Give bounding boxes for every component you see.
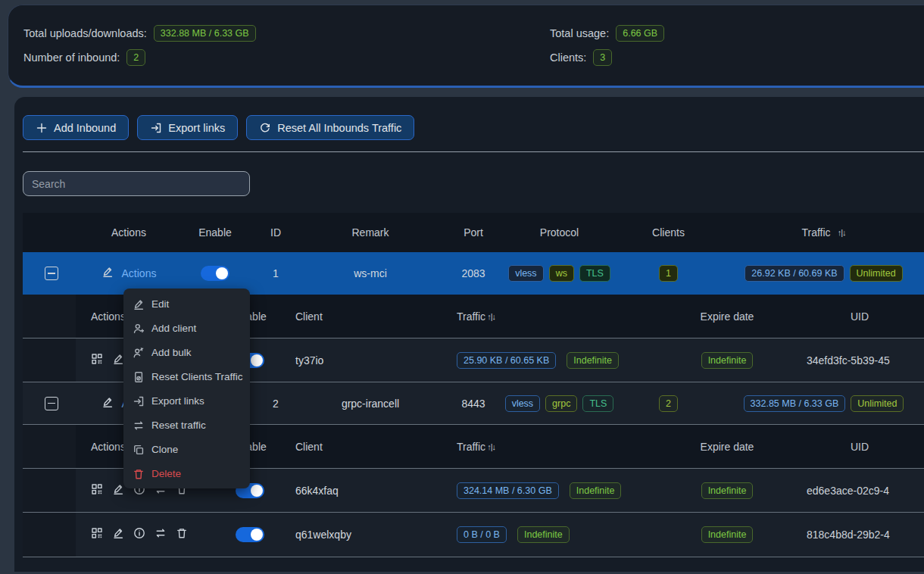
plus-icon xyxy=(36,122,47,133)
actions-dropdown-trigger[interactable]: Actions xyxy=(122,267,157,279)
header-traffic[interactable]: Traffic↑|↓ xyxy=(723,226,924,239)
reset-all-traffic-label: Reset All Inbounds Traffic xyxy=(277,122,401,134)
traffic-badge: 332.85 MB / 6.33 GB xyxy=(744,395,846,412)
client-uid: ed6e3ace-02c9-4 xyxy=(773,485,924,497)
qr-code-icon[interactable] xyxy=(91,527,106,542)
menu-item-add-client[interactable]: Add client xyxy=(123,316,250,340)
client-expire-badge: Indefinite xyxy=(701,526,754,543)
header-port: Port xyxy=(442,226,505,239)
client-row-q61welxqby: q61welxqby 0 B / 0 B Indefinite Indefini… xyxy=(23,513,924,557)
row-select-checkbox[interactable] xyxy=(45,397,58,410)
client-traffic-badge: 324.14 MB / 6.30 GB xyxy=(457,482,559,499)
client-header-expire: Expire date xyxy=(682,310,773,323)
qr-code-icon[interactable] xyxy=(91,483,106,498)
inbound-count-stat: Number of inbound: 2 xyxy=(23,49,256,66)
stats-card: Total uploads/downloads: 332.88 MB / 6.3… xyxy=(8,5,924,88)
reload-icon xyxy=(259,122,270,133)
transport-badge: grpc xyxy=(545,395,577,412)
total-usage-value-badge: 6.66 GB xyxy=(616,25,664,42)
client-uid: 34efd3fc-5b39-45 xyxy=(773,354,924,367)
inbound-remark: ws-mci xyxy=(299,267,442,279)
inbounds-table-header: Actions Enable ID Remark Port Protocol C… xyxy=(23,213,924,252)
export-links-button[interactable]: Export links xyxy=(137,115,238,140)
total-uploads-value-badge: 332.88 MB / 6.33 GB xyxy=(154,25,256,42)
total-usage-label: Total usage: xyxy=(550,27,609,39)
total-usage-stat: Total usage: 6.66 GB xyxy=(550,25,664,42)
stats-left-column: Total uploads/downloads: 332.88 MB / 6.3… xyxy=(23,25,256,73)
protocol-badge: vless xyxy=(508,265,543,282)
inbound-id: 1 xyxy=(252,267,299,279)
client-count-badge: 2 xyxy=(659,395,678,412)
add-inbound-button[interactable]: Add Inbound xyxy=(23,115,129,140)
export-icon xyxy=(150,122,161,133)
clients-count-value-badge: 3 xyxy=(593,49,612,66)
client-name: ty37io xyxy=(280,354,454,367)
info-icon[interactable] xyxy=(133,527,148,542)
edit-pencil-icon[interactable] xyxy=(101,396,117,411)
client-enable-toggle[interactable] xyxy=(236,527,264,542)
header-id[interactable]: ID xyxy=(252,226,299,239)
clone-icon xyxy=(133,444,144,455)
total-uploads-stat: Total uploads/downloads: 332.88 MB / 6.3… xyxy=(23,25,256,42)
toolbar-divider xyxy=(23,151,924,152)
swap-icon xyxy=(133,420,144,431)
sort-icon[interactable]: ↑|↓ xyxy=(487,312,495,321)
menu-item-reset-clients-traffic[interactable]: Reset Clients Traffic xyxy=(123,364,250,388)
client-header-expire: Expire date xyxy=(682,441,773,453)
edit-pencil-icon[interactable] xyxy=(101,266,117,281)
reset-all-traffic-button[interactable]: Reset All Inbounds Traffic xyxy=(246,115,414,140)
doc-reset-icon xyxy=(133,371,144,382)
export-links-label: Export links xyxy=(168,122,225,134)
header-clients: Clients xyxy=(613,226,723,239)
menu-item-export-links[interactable]: Export links xyxy=(123,388,250,413)
client-uid: 818c4b8d-29b2-4 xyxy=(773,529,924,541)
inbound-port: 8443 xyxy=(442,398,505,410)
client-name: 66k4xfaq xyxy=(280,485,454,497)
row-select-checkbox[interactable] xyxy=(45,267,58,280)
search-area xyxy=(23,171,924,196)
total-uploads-label: Total uploads/downloads: xyxy=(23,27,147,39)
quota-badge: Unlimited xyxy=(850,265,903,282)
header-actions: Actions xyxy=(80,226,178,239)
client-quota-badge: Indefinite xyxy=(517,526,570,543)
search-input[interactable] xyxy=(23,171,250,196)
client-traffic-badge: 25.90 KB / 60.65 KB xyxy=(457,352,556,369)
pencil-icon xyxy=(133,298,144,310)
menu-item-clone[interactable]: Clone xyxy=(123,437,250,461)
client-quota-badge: Indefinite xyxy=(570,482,622,499)
toolbar: Add Inbound Export links Reset All Inbou… xyxy=(23,115,924,140)
client-traffic-badge: 0 B / 0 B xyxy=(457,526,507,543)
inbounds-page: Total uploads/downloads: 332.88 MB / 6.3… xyxy=(0,0,924,574)
quota-badge: Unlimited xyxy=(851,395,904,412)
inbound-id: 2 xyxy=(252,398,299,410)
client-count-badge: 1 xyxy=(659,265,678,282)
export-icon xyxy=(133,395,144,407)
edit-pencil-icon[interactable] xyxy=(112,527,127,542)
sort-icon[interactable]: ↑|↓ xyxy=(487,442,495,451)
trash-icon[interactable] xyxy=(176,527,191,542)
actions-context-menu: Edit Add client Add bulk Reset Clients T… xyxy=(123,289,250,488)
inbound-port: 2083 xyxy=(442,267,505,279)
menu-item-edit[interactable]: Edit xyxy=(123,292,250,316)
enable-toggle[interactable] xyxy=(201,266,229,281)
client-expire-badge: Indefinite xyxy=(701,352,754,369)
tls-badge: TLS xyxy=(582,395,613,412)
inbound-count-value-badge: 2 xyxy=(126,49,145,66)
header-protocol: Protocol xyxy=(505,226,613,239)
transport-badge: ws xyxy=(549,265,574,282)
menu-item-reset-traffic[interactable]: Reset traffic xyxy=(123,413,250,437)
add-inbound-label: Add Inbound xyxy=(54,122,116,134)
client-header-traffic[interactable]: Traffic↑|↓ xyxy=(454,310,682,323)
client-header-traffic[interactable]: Traffic↑|↓ xyxy=(454,441,682,453)
header-remark: Remark xyxy=(299,226,442,239)
qr-code-icon[interactable] xyxy=(91,353,106,368)
menu-item-add-bulk[interactable]: Add bulk xyxy=(123,340,250,364)
user-add-icon xyxy=(133,323,144,334)
reset-traffic-icon[interactable] xyxy=(155,527,170,542)
client-header-uid: UID xyxy=(773,310,924,323)
stats-right-column: Total usage: 6.66 GB Clients: 3 xyxy=(550,25,664,73)
sort-icon[interactable]: ↑|↓ xyxy=(838,228,846,237)
menu-item-delete[interactable]: Delete xyxy=(123,461,250,485)
client-expire-badge: Indefinite xyxy=(701,482,754,499)
client-quota-badge: Indefinite xyxy=(567,352,619,369)
